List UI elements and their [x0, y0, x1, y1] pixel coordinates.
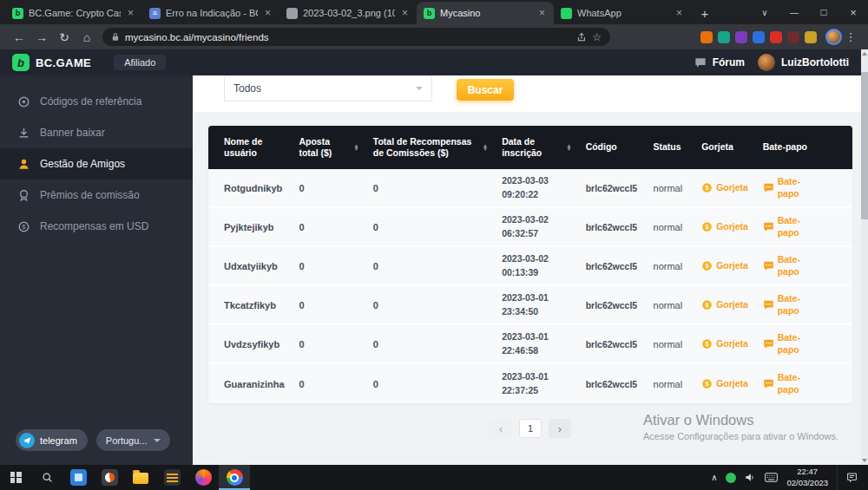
browser-tab[interactable]: b Mycasino × [417, 2, 554, 24]
target-icon [17, 95, 30, 108]
extension-icon[interactable] [753, 31, 765, 43]
sort-icon[interactable]: ▲▼ [353, 144, 358, 151]
chat-link[interactable]: Bate-papo [778, 372, 812, 395]
column-header[interactable]: Nome de usuário ▲▼ [208, 136, 292, 159]
sidebar-item-friends-management[interactable]: Gestão de Amigos [0, 148, 193, 180]
column-label: Status [654, 141, 681, 153]
tab-close-icon[interactable]: × [400, 7, 410, 19]
taskbar-app-firefox-icon[interactable] [187, 465, 219, 490]
tab-close-icon[interactable]: × [537, 7, 547, 19]
taskbar-chrome-icon[interactable] [219, 465, 250, 490]
column-header[interactable]: Código ▲▼ [579, 141, 647, 153]
browser-tab[interactable]: WhatsApp × [554, 2, 691, 24]
tab-close-icon[interactable]: × [263, 7, 273, 19]
sort-icon[interactable]: ▲▼ [483, 144, 488, 151]
username-label[interactable]: LuizBortolotti [781, 56, 849, 69]
telegram-button[interactable]: telegram [16, 429, 88, 451]
scrollbar-thumb[interactable] [861, 72, 868, 219]
scrollbar[interactable] [861, 49, 868, 465]
scrollbar-up-icon[interactable] [861, 49, 868, 58]
taskbar-clock[interactable]: 22:47 02/03/2023 [786, 467, 828, 488]
browser-profile-avatar[interactable] [825, 29, 842, 45]
tip-link[interactable]: Gorjeta [716, 221, 748, 233]
new-tab-button[interactable]: + [694, 3, 715, 23]
tab-favicon-icon [286, 8, 298, 19]
pagination-page-1[interactable]: 1 [519, 419, 542, 438]
browser-tab[interactable]: ≡ Erro na Indicação - BC.Game × [142, 2, 279, 24]
friends-table-card: Nome de usuário ▲▼ Aposta total ($) ▲▼ [208, 126, 852, 403]
toolbar-extensions-area: ⋮ [698, 29, 859, 45]
window-close-button[interactable]: × [838, 0, 868, 24]
taskbar-app-brave-icon[interactable] [94, 465, 125, 490]
language-selector[interactable]: Portugu... [96, 429, 170, 451]
share-icon[interactable] [576, 32, 587, 42]
taskbar-search-icon[interactable] [31, 465, 62, 490]
column-header[interactable]: Data de inscrição ▲▼ [495, 136, 578, 159]
reload-icon[interactable]: ↻ [54, 30, 75, 44]
address-bar[interactable]: mycasino.bc.ai/mycasino/friends ☆ [102, 28, 610, 46]
cell-tip: $ Gorjeta [694, 338, 755, 350]
pagination-prev-button[interactable]: ‹ [490, 419, 512, 438]
tip-link[interactable]: Gorjeta [716, 299, 748, 311]
tip-link[interactable]: Gorjeta [716, 378, 748, 390]
chat-link[interactable]: Bate-papo [778, 293, 812, 317]
browser-tab[interactable]: 2023-03-02_3.png (1024×76 × [279, 2, 417, 24]
taskbar-app-blue-icon[interactable] [62, 465, 94, 490]
extension-icon[interactable] [718, 31, 730, 43]
start-button[interactable] [0, 465, 31, 490]
tip-link[interactable]: Gorjeta [716, 260, 748, 272]
extension-icon[interactable] [700, 31, 713, 43]
extension-icon[interactable] [805, 31, 817, 43]
chat-link[interactable]: Bate-papo [778, 254, 812, 278]
cell-username: Pyjktejikyb [208, 222, 292, 232]
tab-close-icon[interactable]: × [674, 7, 684, 19]
pagination-next-button[interactable]: › [549, 419, 571, 438]
column-header[interactable]: Status ▲▼ [647, 141, 695, 153]
speaker-icon[interactable] [745, 473, 756, 482]
action-center-icon[interactable] [837, 465, 865, 490]
bcgame-logo-icon[interactable]: b [12, 54, 30, 71]
bookmark-star-icon[interactable]: ☆ [592, 31, 602, 43]
extension-icon[interactable] [735, 31, 747, 43]
search-button[interactable]: Buscar [457, 79, 514, 101]
user-avatar[interactable] [758, 54, 775, 71]
tip-link[interactable]: Gorjeta [716, 182, 748, 194]
forum-link[interactable]: Fórum [713, 56, 745, 69]
window-maximize-button[interactable]: □ [809, 0, 838, 24]
chat-link[interactable]: Bate-papo [778, 176, 812, 199]
sidebar-item-banner-download[interactable]: Banner baixar [0, 117, 193, 148]
watermark-line1: Ativar o Windows [643, 412, 838, 428]
browser-menu-icon[interactable]: ⋮ [842, 30, 859, 43]
keyboard-icon[interactable] [765, 473, 778, 482]
tip-link[interactable]: Gorjeta [716, 338, 748, 350]
column-header[interactable]: Gorjeta ▲▼ [694, 141, 755, 153]
brand-title[interactable]: BC.GAME [36, 56, 91, 69]
sidebar-item-referral-codes[interactable]: Códigos de referência [0, 86, 193, 117]
taskbar-file-explorer-icon[interactable] [125, 465, 156, 490]
sidebar-item-commission-prizes[interactable]: Prêmios de comissão [0, 180, 193, 211]
scrollbar-down-icon[interactable] [861, 456, 868, 465]
tray-whatsapp-icon[interactable] [726, 473, 736, 483]
extension-icon[interactable] [770, 31, 782, 43]
system-tray: ∧ 22:47 02/03/2023 [711, 465, 868, 490]
tab-search-chevron-icon[interactable]: ∨ [750, 0, 779, 24]
window-minimize-button[interactable]: — [779, 0, 809, 24]
chat-link[interactable]: Bate-papo [778, 332, 812, 356]
browser-tab[interactable]: b BC.Game: Crypto Casino Gam × [5, 2, 142, 24]
tab-afiliado[interactable]: Afiliado [114, 55, 166, 70]
forward-icon[interactable]: → [31, 30, 52, 44]
home-icon[interactable]: ⌂ [76, 30, 97, 44]
table-row: Pyjktejikyb 0 0 2023-03-02 06:32:57 brlc… [208, 208, 852, 247]
taskbar-app-editor-icon[interactable] [156, 465, 187, 490]
tab-close-icon[interactable]: × [126, 7, 135, 19]
sidebar-item-usd-rewards[interactable]: $ Recompensas em USD [0, 211, 193, 242]
filter-select[interactable]: Todos [224, 75, 432, 101]
sort-icon[interactable]: ▲▼ [566, 144, 571, 151]
column-header[interactable]: Total de Recompensas de Comissões ($) ▲▼ [366, 136, 495, 159]
back-icon[interactable]: ← [9, 30, 30, 44]
extension-icon[interactable] [787, 31, 799, 43]
tray-chevron-icon[interactable]: ∧ [711, 473, 717, 482]
column-header[interactable]: Bate-papo ▲▼ [756, 141, 852, 153]
chat-link[interactable]: Bate-papo [778, 215, 812, 238]
column-header[interactable]: Aposta total ($) ▲▼ [292, 136, 365, 159]
